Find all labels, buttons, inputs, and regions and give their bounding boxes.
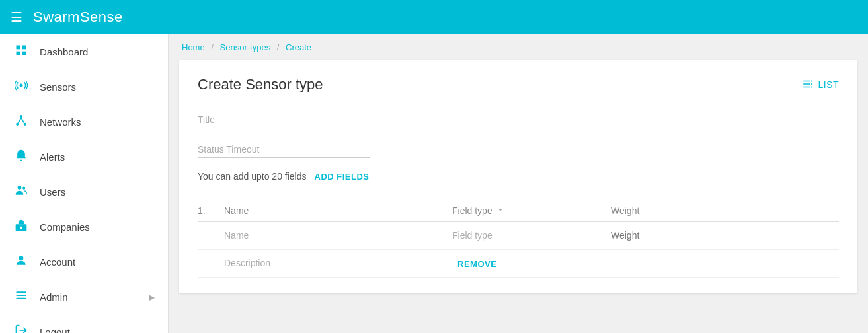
svg-line-8: [18, 118, 21, 123]
sidebar-item-sensors[interactable]: Sensors: [0, 69, 168, 104]
svg-rect-15: [17, 291, 26, 293]
svg-point-10: [18, 186, 22, 190]
topbar: ☰ SwarmSense: [0, 0, 868, 34]
sidebar-label-logout: Logout: [40, 326, 155, 333]
breadcrumb-home[interactable]: Home: [182, 42, 205, 52]
fields-table-header: 1. Name Field type Weight: [198, 200, 839, 222]
col-type-header: Field type: [452, 205, 611, 216]
logout-icon: [13, 324, 29, 333]
field-name-input[interactable]: [224, 229, 356, 242]
companies-icon: [13, 219, 29, 235]
list-button[interactable]: LIST: [802, 78, 839, 92]
menu-icon[interactable]: ☰: [11, 9, 22, 25]
sidebar-label-dashboard: Dashboard: [40, 46, 155, 57]
add-fields-button[interactable]: ADD FIELDS: [315, 172, 370, 182]
sidebar-label-users: Users: [40, 186, 155, 198]
col-weight-header: Weight: [611, 205, 839, 216]
sidebar-label-account: Account: [40, 256, 155, 268]
breadcrumb-sensor-types[interactable]: Sensor-types: [220, 42, 271, 52]
sidebar-item-account[interactable]: Account: [0, 244, 168, 279]
add-fields-text: You can add upto 20 fields: [198, 171, 307, 182]
field-remove-cell: REMOVE: [452, 258, 611, 269]
field-description-cell: [224, 256, 452, 270]
card-header: Create Sensor type LIST: [198, 76, 839, 93]
content-area: Home / Sensor-types / Create Create Sens…: [169, 34, 868, 333]
status-timeout-field: [198, 141, 839, 158]
remove-button[interactable]: REMOVE: [457, 259, 496, 269]
svg-point-6: [16, 123, 19, 126]
col-type-dropdown-icon: [496, 205, 504, 216]
field-name-cell: [224, 229, 452, 242]
admin-icon: [13, 289, 29, 305]
col-name-header: Name: [224, 205, 452, 216]
sensors-icon: [13, 79, 29, 95]
field-weight-input[interactable]: [611, 229, 677, 242]
svg-point-4: [20, 84, 23, 87]
page-title: Create Sensor type: [198, 76, 323, 93]
svg-point-24: [811, 86, 812, 87]
breadcrumb-create[interactable]: Create: [286, 42, 311, 52]
svg-rect-21: [804, 86, 811, 87]
svg-rect-13: [20, 227, 22, 229]
admin-arrow-icon: ▶: [149, 293, 155, 302]
field-row-2: REMOVE: [198, 250, 839, 278]
svg-rect-3: [22, 52, 26, 56]
svg-rect-2: [17, 52, 20, 56]
field-type-input[interactable]: [452, 229, 571, 242]
col-num-header: 1.: [198, 205, 224, 216]
alerts-icon: [13, 149, 29, 165]
users-icon: [13, 184, 29, 200]
svg-rect-19: [804, 80, 811, 81]
main-layout: Dashboard Sensors Networks Alerts: [0, 34, 868, 333]
sidebar-item-admin[interactable]: Admin ▶: [0, 279, 168, 314]
dashboard-icon: [13, 44, 29, 60]
svg-point-5: [20, 115, 22, 118]
title-input[interactable]: [198, 112, 370, 128]
title-field: [198, 112, 839, 128]
networks-icon: [13, 114, 29, 130]
sidebar-item-networks[interactable]: Networks: [0, 104, 168, 139]
add-fields-row: You can add upto 20 fields ADD FIELDS: [198, 171, 839, 182]
svg-point-23: [811, 83, 812, 84]
svg-point-14: [19, 256, 24, 260]
sidebar-label-networks: Networks: [40, 116, 155, 128]
sidebar-item-companies[interactable]: Companies: [0, 209, 168, 244]
field-type-cell: [452, 229, 611, 242]
sidebar: Dashboard Sensors Networks Alerts: [0, 34, 169, 333]
svg-rect-0: [17, 46, 20, 50]
create-sensor-type-card: Create Sensor type LIST You can add upto…: [179, 60, 857, 293]
list-icon: [802, 78, 814, 92]
svg-line-9: [21, 118, 24, 123]
sidebar-label-companies: Companies: [40, 221, 155, 233]
breadcrumb-sep-1: /: [211, 42, 214, 52]
breadcrumb: Home / Sensor-types / Create: [169, 34, 868, 60]
field-weight-cell: [611, 229, 839, 242]
svg-point-11: [22, 187, 25, 190]
sidebar-label-alerts: Alerts: [40, 151, 155, 163]
svg-rect-17: [17, 298, 26, 299]
breadcrumb-sep-2: /: [277, 42, 280, 52]
app-title: SwarmSense: [33, 9, 123, 26]
svg-rect-1: [22, 46, 26, 50]
sidebar-item-logout[interactable]: Logout: [0, 314, 168, 333]
col-type-label: Field type: [452, 205, 493, 216]
sidebar-item-dashboard[interactable]: Dashboard: [0, 34, 168, 69]
svg-point-22: [811, 80, 812, 81]
svg-rect-20: [804, 83, 811, 85]
svg-rect-16: [17, 295, 26, 296]
field-row-1: [198, 222, 839, 250]
status-timeout-input[interactable]: [198, 141, 370, 158]
sidebar-item-alerts[interactable]: Alerts: [0, 139, 168, 174]
sidebar-label-sensors: Sensors: [40, 81, 155, 92]
account-icon: [13, 254, 29, 270]
svg-point-7: [24, 123, 26, 126]
list-button-label: LIST: [818, 79, 839, 90]
sidebar-label-admin: Admin: [40, 291, 138, 303]
field-description-input[interactable]: [224, 256, 356, 270]
sidebar-item-users[interactable]: Users: [0, 174, 168, 209]
